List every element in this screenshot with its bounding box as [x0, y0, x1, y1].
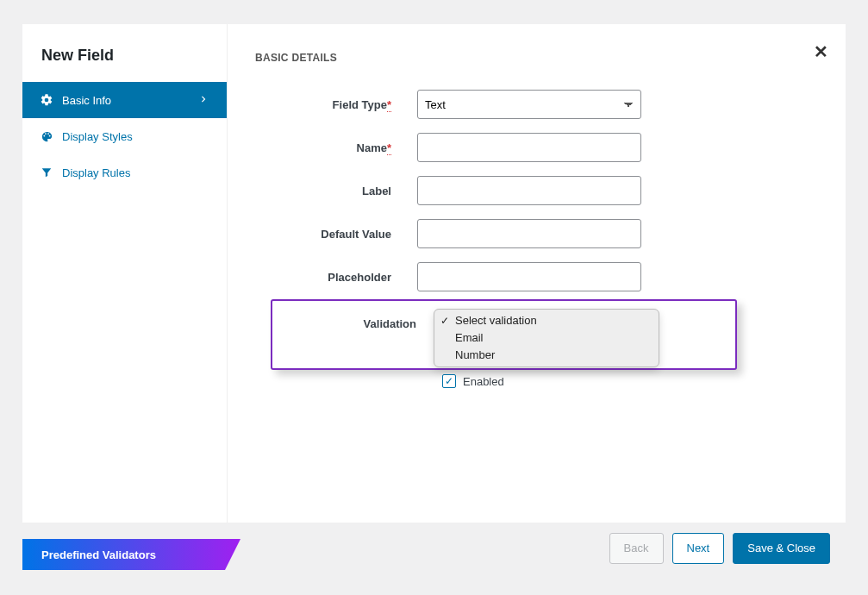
gear-icon [40, 93, 53, 107]
label-name: Name* [253, 141, 417, 154]
validation-option-email[interactable]: Email [434, 329, 659, 347]
sidebar-item-display-styles[interactable]: Display Styles [22, 118, 227, 154]
form-area: Field Type* Text Name* Label Default Val… [228, 64, 846, 291]
label-default-value: Default Value [253, 228, 417, 241]
select-field-type[interactable]: Text [417, 90, 641, 119]
close-button[interactable]: ✕ [814, 43, 828, 60]
row-default-value: Default Value [253, 219, 820, 248]
palette-icon [40, 129, 53, 143]
input-placeholder[interactable] [417, 262, 641, 291]
label-enabled: Enabled [463, 375, 504, 388]
row-name: Name* [253, 133, 820, 162]
label-label: Label [253, 185, 417, 197]
sidebar-item-basic-info[interactable]: Basic Info [22, 82, 227, 118]
funnel-icon [40, 166, 53, 179]
footer: Back Next Save & Close [227, 523, 846, 563]
validation-dropdown[interactable]: Select validation Email Number [434, 309, 659, 367]
next-button[interactable]: Next [672, 533, 725, 564]
label-placeholder: Placeholder [253, 271, 417, 284]
banner-label: Predefined Validators [41, 548, 156, 561]
row-field-type: Field Type* Text [253, 90, 820, 119]
validation-option-number[interactable]: Number [434, 347, 659, 364]
label-validation: Validation [270, 317, 416, 330]
row-label: Label [253, 176, 820, 205]
row-enabled: ✓ Enabled [442, 374, 504, 388]
back-button[interactable]: Back [609, 533, 664, 564]
sidebar: New Field Basic Info Display Styles Disp… [22, 24, 227, 523]
sidebar-item-display-rules[interactable]: Display Rules [22, 154, 227, 191]
input-default-value[interactable] [417, 219, 641, 248]
label-field-type: Field Type* [253, 98, 417, 111]
chevron-right-icon [197, 93, 209, 108]
input-label[interactable] [417, 176, 641, 205]
sidebar-item-label: Basic Info [62, 94, 111, 107]
predefined-validators-banner[interactable]: Predefined Validators [22, 539, 240, 570]
section-title: BASIC DETAILS [228, 24, 846, 64]
save-close-button[interactable]: Save & Close [733, 533, 830, 564]
sidebar-title: New Field [22, 24, 227, 82]
validation-option-select[interactable]: Select validation [434, 312, 659, 329]
main-panel: ✕ BASIC DETAILS Field Type* Text Name* L… [227, 24, 846, 523]
input-name[interactable] [417, 133, 641, 162]
new-field-modal: New Field Basic Info Display Styles Disp… [22, 24, 846, 563]
row-placeholder: Placeholder [253, 262, 820, 291]
sidebar-item-label: Display Styles [62, 130, 133, 143]
checkbox-enabled[interactable]: ✓ [442, 374, 456, 388]
sidebar-item-label: Display Rules [62, 166, 130, 179]
